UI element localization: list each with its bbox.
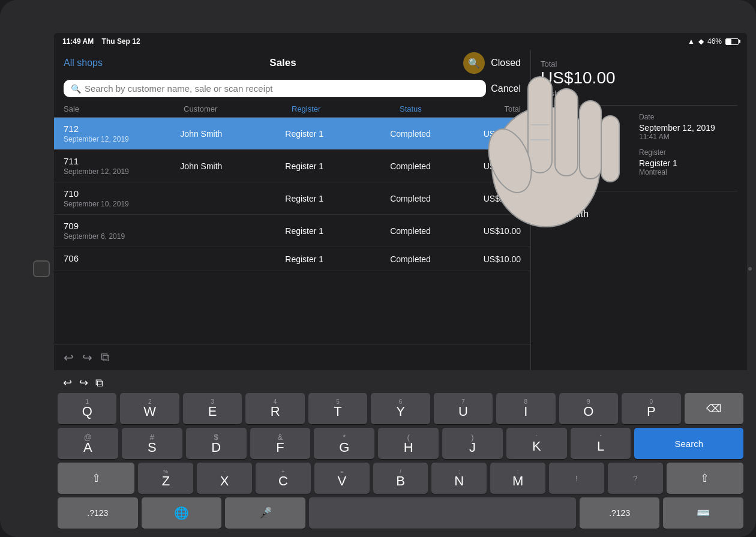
key-h[interactable]: (H <box>378 428 439 459</box>
register-cell: Register 1 <box>285 129 390 139</box>
sale-number: 706 <box>64 253 180 263</box>
battery-percent: 46% <box>707 37 722 46</box>
key-n[interactable]: ;N <box>431 463 487 494</box>
status-cell: Completed <box>390 194 484 203</box>
key-x[interactable]: -X <box>197 463 252 494</box>
detail-date-field: Date September 12, 2019 11:41 AM <box>639 113 737 141</box>
detail-divider-2 <box>541 191 737 191</box>
sale-date: September 12, 2019 <box>64 135 180 143</box>
table-row[interactable]: 711 September 12, 2019 John Smith Regist… <box>54 150 530 182</box>
sale-date: September 10, 2019 <box>64 200 180 208</box>
key-a[interactable]: @A <box>58 428 118 459</box>
key-w[interactable]: 2W <box>120 393 179 424</box>
key-d[interactable]: $D <box>186 428 247 459</box>
key-o[interactable]: 9O <box>559 393 618 424</box>
key-r[interactable]: 4R <box>245 393 304 424</box>
copy-button[interactable]: ⧉ <box>101 350 109 364</box>
keyboard-rows: 1Q 2W 3E 4R 5T 6Y 7U 8I 9O 0P ⌫ @A #S $D <box>56 393 745 529</box>
search-key[interactable]: Search <box>634 428 743 459</box>
symbols-right-key[interactable]: .?123 <box>580 497 660 529</box>
kb-undo-button[interactable]: ↩ <box>63 376 72 389</box>
key-z[interactable]: %Z <box>138 463 193 494</box>
key-m[interactable]: :M <box>490 463 545 494</box>
side-button[interactable] <box>33 260 50 277</box>
customer-cell: John Smith <box>180 129 285 139</box>
key-question[interactable]: ? <box>608 463 663 494</box>
th-register[interactable]: Register <box>292 104 400 113</box>
right-shift-key[interactable]: ⇧ <box>667 463 743 494</box>
nav-title: Sales <box>269 57 296 69</box>
globe-key[interactable]: 🌐 <box>142 497 222 529</box>
sale-cell: 712 September 12, 2019 <box>64 124 180 143</box>
key-p[interactable]: 0P <box>622 393 680 424</box>
detail-date-label: Date <box>639 113 737 121</box>
all-shops-link[interactable]: All shops <box>64 58 103 68</box>
status-cell: Completed <box>390 161 484 171</box>
th-status[interactable]: Status <box>400 104 496 113</box>
symbols-left-key[interactable]: .?123 <box>58 497 138 529</box>
mic-key[interactable]: 🎤 <box>225 497 305 529</box>
battery-icon <box>725 38 739 45</box>
time: 11:49 AM <box>62 37 94 46</box>
cancel-button[interactable]: Cancel <box>491 83 521 94</box>
sale-number: 709 <box>64 221 180 231</box>
detail-total-amount: US$10.00 <box>541 68 737 88</box>
detail-sale-label: Sale <box>541 113 639 121</box>
closed-button[interactable]: Closed <box>491 58 521 68</box>
space-key[interactable] <box>309 497 576 529</box>
nav-right: 🔍 Closed <box>463 52 521 74</box>
main-content: All shops Sales 🔍 Closed 🔍 Ca <box>54 50 747 370</box>
key-exclaim[interactable]: ! <box>549 463 604 494</box>
key-g[interactable]: *G <box>314 428 374 459</box>
kb-clipboard-button[interactable]: ⧉ <box>95 377 103 389</box>
table-row[interactable]: 710 September 10, 2019 Register 1 Comple… <box>54 182 530 215</box>
key-row-2: @A #S $D &F *G (H )J 'K "L Search <box>58 428 743 459</box>
key-c[interactable]: +C <box>256 463 311 494</box>
key-row-bottom: .?123 🌐 🎤 .?123 ⌨️ <box>58 497 743 529</box>
key-i[interactable]: 8I <box>496 393 555 424</box>
table-row[interactable]: 712 September 12, 2019 John Smith Regist… <box>54 118 530 150</box>
delete-key[interactable]: ⌫ <box>685 393 743 424</box>
total-cell: US$10.00 <box>484 254 521 264</box>
keyboard-dismiss-key[interactable]: ⌨️ <box>663 497 743 529</box>
redo-button[interactable]: ↪ <box>82 350 92 365</box>
register-cell: Register 1 <box>285 194 390 203</box>
sale-cell: 709 September 6, 2019 <box>64 221 180 241</box>
detail-customer-label: Customer <box>541 199 737 207</box>
key-y[interactable]: 6Y <box>371 393 430 424</box>
undo-button[interactable]: ↩ <box>64 350 74 365</box>
key-t[interactable]: 5T <box>308 393 367 424</box>
th-sale: Sale <box>64 104 184 113</box>
detail-sale-value: 712 <box>541 123 639 133</box>
register-cell: Register 1 <box>285 254 390 264</box>
table-row[interactable]: 706 Register 1 Completed US$10.00 <box>54 247 530 271</box>
key-k[interactable]: 'K <box>506 428 567 459</box>
kb-redo-button[interactable]: ↪ <box>79 376 88 389</box>
detail-register-value: Register 1 <box>639 158 737 168</box>
detail-emp-reg-row: Employee Jane Smith Register Register 1 … <box>541 148 737 176</box>
detail-customer-field: Customer John Smith <box>541 199 737 361</box>
key-e[interactable]: 3E <box>183 393 242 424</box>
key-q[interactable]: 1Q <box>58 393 116 424</box>
status-bar: 11:49 AM Thu Sep 12 ▲ ◆ 46% <box>54 33 747 50</box>
detail-time-value: 11:41 AM <box>639 133 737 141</box>
keyboard-toolbar: ↩ ↪ ⧉ <box>56 374 745 393</box>
key-v[interactable]: =V <box>314 463 370 494</box>
table-body: 712 September 12, 2019 John Smith Regist… <box>54 118 530 344</box>
status-cell: Completed <box>390 254 484 264</box>
search-circle-button[interactable]: 🔍 <box>463 52 485 74</box>
detail-location-value: Montreal <box>639 168 737 176</box>
key-l[interactable]: "L <box>571 428 631 459</box>
sale-cell: 711 September 12, 2019 <box>64 156 180 176</box>
key-b[interactable]: /B <box>373 463 428 494</box>
total-cell: US$10.00 <box>484 194 521 203</box>
key-j[interactable]: )J <box>442 428 503 459</box>
left-shift-key[interactable]: ⇧ <box>58 463 134 494</box>
search-input[interactable] <box>85 83 479 94</box>
key-u[interactable]: 7U <box>434 393 493 424</box>
sale-number: 711 <box>64 156 180 166</box>
key-s[interactable]: #S <box>122 428 182 459</box>
table-row[interactable]: 709 September 6, 2019 Register 1 Complet… <box>54 215 530 247</box>
key-f[interactable]: &F <box>250 428 311 459</box>
total-cell: US$10.00 <box>484 161 521 171</box>
